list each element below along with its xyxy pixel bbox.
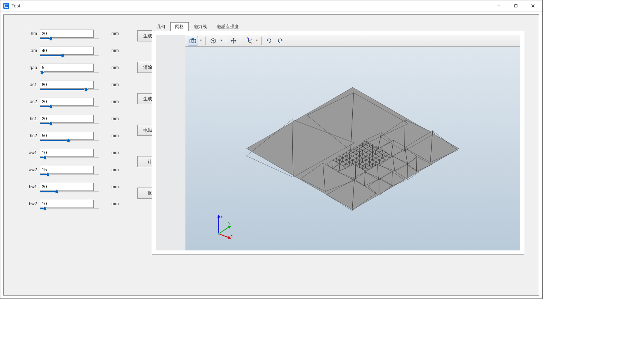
param-slider-hw1[interactable] xyxy=(40,189,99,195)
param-unit: mm xyxy=(111,150,123,155)
param-unit: mm xyxy=(111,31,123,36)
param-label: hw2 xyxy=(26,201,37,206)
param-label: am xyxy=(26,48,37,53)
svg-rect-1 xyxy=(515,4,517,7)
param-label: gap xyxy=(26,65,37,70)
chevron-down-icon[interactable]: ▼ xyxy=(255,39,259,42)
param-unit: mm xyxy=(111,65,123,70)
param-slider-ac1[interactable] xyxy=(40,87,99,92)
svg-marker-197 xyxy=(217,215,220,218)
titlebar: Test xyxy=(0,0,542,11)
param-unit: mm xyxy=(111,201,123,206)
param-unit: mm xyxy=(111,116,123,121)
svg-line-199 xyxy=(219,226,230,234)
param-slider-hw2[interactable] xyxy=(40,206,99,212)
maximize-button[interactable] xyxy=(507,0,524,11)
axis-gizmo: z y x xyxy=(211,213,234,239)
svg-marker-13 xyxy=(246,87,459,210)
param-label: aw2 xyxy=(26,167,37,172)
param-label: ac2 xyxy=(26,99,37,104)
param-label: hc1 xyxy=(26,116,37,121)
param-slider-am[interactable] xyxy=(40,53,99,58)
close-button[interactable] xyxy=(524,0,541,11)
param-slider-aw2[interactable] xyxy=(40,172,99,178)
viewer-frame: ▼ ▼ zyx xyxy=(152,31,524,254)
param-unit: mm xyxy=(111,133,123,138)
tab-geometry[interactable]: 几何 xyxy=(152,22,170,31)
param-slider-hc2[interactable] xyxy=(40,138,99,144)
param-label: aw1 xyxy=(26,150,37,155)
param-slider-gap[interactable] xyxy=(40,70,99,75)
content-area: hm mm am mm gap mm a xyxy=(3,14,539,296)
svg-text:y: y xyxy=(251,38,252,40)
svg-text:x: x xyxy=(251,42,252,44)
tab-fluxdensity[interactable]: 磁感应强度 xyxy=(212,22,244,31)
param-unit: mm xyxy=(111,48,123,53)
param-slider-ac2[interactable] xyxy=(40,104,99,109)
axes-icon[interactable]: zyx xyxy=(244,36,254,45)
param-slider-hc1[interactable] xyxy=(40,121,99,127)
param-slider-hm[interactable] xyxy=(40,36,99,41)
app-icon xyxy=(3,3,9,9)
minimize-button[interactable] xyxy=(490,0,507,11)
cube-view-icon[interactable] xyxy=(208,36,218,45)
svg-line-9 xyxy=(248,40,251,42)
svg-text:y: y xyxy=(228,221,230,225)
viewer-toolbar: ▼ ▼ zyx xyxy=(185,35,520,47)
pan-icon[interactable] xyxy=(228,36,239,45)
app-window: Test hm mm am mm xyxy=(0,0,543,299)
window-title: Test xyxy=(11,3,20,9)
svg-line-202 xyxy=(219,234,229,238)
viewer-panel: 几何网格磁力线磁感应强度 ▼ xyxy=(152,22,539,295)
param-label: hw1 xyxy=(26,184,37,189)
camera-icon[interactable] xyxy=(188,36,198,45)
param-unit: mm xyxy=(111,82,123,87)
viewer-3d[interactable]: ▼ ▼ zyx xyxy=(185,35,520,250)
svg-line-8 xyxy=(248,42,251,43)
chevron-down-icon[interactable]: ▼ xyxy=(199,39,203,42)
param-unit: mm xyxy=(111,184,123,189)
svg-text:z: z xyxy=(221,215,222,219)
param-unit: mm xyxy=(111,167,123,172)
param-slider-aw1[interactable] xyxy=(40,155,99,161)
svg-point-6 xyxy=(192,40,194,42)
tab-mesh[interactable]: 网格 xyxy=(170,22,189,31)
rotate-ccw-icon[interactable] xyxy=(275,36,285,45)
tab-bar: 几何网格磁力线磁感应强度 xyxy=(152,22,524,31)
tab-fieldlines[interactable]: 磁力线 xyxy=(189,22,212,31)
mesh-canvas[interactable]: z y x xyxy=(185,47,520,250)
param-unit: mm xyxy=(111,99,123,104)
param-label: hc2 xyxy=(26,133,37,138)
rotate-cw-icon[interactable] xyxy=(264,36,274,45)
param-label: ac1 xyxy=(26,82,37,87)
param-label: hm xyxy=(26,31,37,36)
svg-point-205 xyxy=(218,233,220,235)
viewer-sidebar xyxy=(156,35,185,250)
mesh-visualization xyxy=(185,47,520,250)
chevron-down-icon[interactable]: ▼ xyxy=(219,39,224,42)
parameters-panel: hm mm am mm gap mm a xyxy=(4,22,152,295)
svg-text:x: x xyxy=(231,233,232,237)
